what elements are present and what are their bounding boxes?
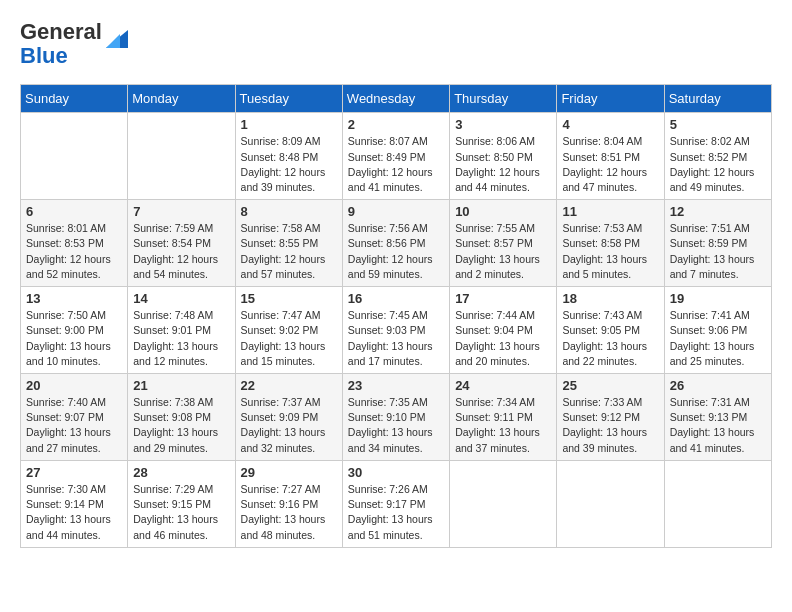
day-number: 23: [348, 378, 444, 393]
day-cell: 18Sunrise: 7:43 AM Sunset: 9:05 PM Dayli…: [557, 287, 664, 374]
day-cell: 2Sunrise: 8:07 AM Sunset: 8:49 PM Daylig…: [342, 113, 449, 200]
day-detail: Sunrise: 8:02 AM Sunset: 8:52 PM Dayligh…: [670, 134, 766, 195]
day-number: 22: [241, 378, 337, 393]
day-cell: [21, 113, 128, 200]
day-cell: 9Sunrise: 7:56 AM Sunset: 8:56 PM Daylig…: [342, 200, 449, 287]
day-detail: Sunrise: 7:48 AM Sunset: 9:01 PM Dayligh…: [133, 308, 229, 369]
weekday-header-saturday: Saturday: [664, 85, 771, 113]
day-detail: Sunrise: 7:50 AM Sunset: 9:00 PM Dayligh…: [26, 308, 122, 369]
day-number: 8: [241, 204, 337, 219]
day-detail: Sunrise: 7:40 AM Sunset: 9:07 PM Dayligh…: [26, 395, 122, 456]
day-number: 28: [133, 465, 229, 480]
day-cell: 14Sunrise: 7:48 AM Sunset: 9:01 PM Dayli…: [128, 287, 235, 374]
day-cell: [450, 460, 557, 547]
day-cell: 1Sunrise: 8:09 AM Sunset: 8:48 PM Daylig…: [235, 113, 342, 200]
day-detail: Sunrise: 7:51 AM Sunset: 8:59 PM Dayligh…: [670, 221, 766, 282]
day-detail: Sunrise: 7:58 AM Sunset: 8:55 PM Dayligh…: [241, 221, 337, 282]
day-number: 26: [670, 378, 766, 393]
week-row-4: 20Sunrise: 7:40 AM Sunset: 9:07 PM Dayli…: [21, 374, 772, 461]
day-detail: Sunrise: 7:31 AM Sunset: 9:13 PM Dayligh…: [670, 395, 766, 456]
day-cell: 11Sunrise: 7:53 AM Sunset: 8:58 PM Dayli…: [557, 200, 664, 287]
day-number: 14: [133, 291, 229, 306]
day-number: 11: [562, 204, 658, 219]
day-number: 20: [26, 378, 122, 393]
day-detail: Sunrise: 7:47 AM Sunset: 9:02 PM Dayligh…: [241, 308, 337, 369]
day-cell: 26Sunrise: 7:31 AM Sunset: 9:13 PM Dayli…: [664, 374, 771, 461]
day-cell: 4Sunrise: 8:04 AM Sunset: 8:51 PM Daylig…: [557, 113, 664, 200]
svg-marker-1: [106, 34, 120, 48]
day-cell: 7Sunrise: 7:59 AM Sunset: 8:54 PM Daylig…: [128, 200, 235, 287]
day-cell: 3Sunrise: 8:06 AM Sunset: 8:50 PM Daylig…: [450, 113, 557, 200]
day-cell: 13Sunrise: 7:50 AM Sunset: 9:00 PM Dayli…: [21, 287, 128, 374]
day-number: 19: [670, 291, 766, 306]
day-number: 25: [562, 378, 658, 393]
day-cell: 16Sunrise: 7:45 AM Sunset: 9:03 PM Dayli…: [342, 287, 449, 374]
day-number: 24: [455, 378, 551, 393]
day-cell: 10Sunrise: 7:55 AM Sunset: 8:57 PM Dayli…: [450, 200, 557, 287]
day-detail: Sunrise: 7:44 AM Sunset: 9:04 PM Dayligh…: [455, 308, 551, 369]
day-cell: 20Sunrise: 7:40 AM Sunset: 9:07 PM Dayli…: [21, 374, 128, 461]
day-number: 17: [455, 291, 551, 306]
logo-text: General Blue: [20, 20, 102, 68]
day-number: 10: [455, 204, 551, 219]
day-cell: 21Sunrise: 7:38 AM Sunset: 9:08 PM Dayli…: [128, 374, 235, 461]
day-number: 16: [348, 291, 444, 306]
day-cell: 27Sunrise: 7:30 AM Sunset: 9:14 PM Dayli…: [21, 460, 128, 547]
day-cell: 15Sunrise: 7:47 AM Sunset: 9:02 PM Dayli…: [235, 287, 342, 374]
day-cell: 19Sunrise: 7:41 AM Sunset: 9:06 PM Dayli…: [664, 287, 771, 374]
page-header: General Blue: [20, 20, 772, 68]
day-number: 18: [562, 291, 658, 306]
day-detail: Sunrise: 7:30 AM Sunset: 9:14 PM Dayligh…: [26, 482, 122, 543]
day-number: 7: [133, 204, 229, 219]
day-detail: Sunrise: 8:07 AM Sunset: 8:49 PM Dayligh…: [348, 134, 444, 195]
logo-icon: [106, 30, 128, 48]
weekday-header-monday: Monday: [128, 85, 235, 113]
day-detail: Sunrise: 8:06 AM Sunset: 8:50 PM Dayligh…: [455, 134, 551, 195]
day-cell: 5Sunrise: 8:02 AM Sunset: 8:52 PM Daylig…: [664, 113, 771, 200]
day-cell: 25Sunrise: 7:33 AM Sunset: 9:12 PM Dayli…: [557, 374, 664, 461]
weekday-header-sunday: Sunday: [21, 85, 128, 113]
calendar-table: SundayMondayTuesdayWednesdayThursdayFrid…: [20, 84, 772, 547]
day-detail: Sunrise: 7:53 AM Sunset: 8:58 PM Dayligh…: [562, 221, 658, 282]
weekday-header-wednesday: Wednesday: [342, 85, 449, 113]
day-cell: 30Sunrise: 7:26 AM Sunset: 9:17 PM Dayli…: [342, 460, 449, 547]
weekday-header-thursday: Thursday: [450, 85, 557, 113]
day-detail: Sunrise: 7:29 AM Sunset: 9:15 PM Dayligh…: [133, 482, 229, 543]
day-number: 1: [241, 117, 337, 132]
day-number: 13: [26, 291, 122, 306]
day-detail: Sunrise: 7:56 AM Sunset: 8:56 PM Dayligh…: [348, 221, 444, 282]
day-cell: 12Sunrise: 7:51 AM Sunset: 8:59 PM Dayli…: [664, 200, 771, 287]
day-cell: 23Sunrise: 7:35 AM Sunset: 9:10 PM Dayli…: [342, 374, 449, 461]
day-cell: [128, 113, 235, 200]
day-cell: 17Sunrise: 7:44 AM Sunset: 9:04 PM Dayli…: [450, 287, 557, 374]
logo: General Blue: [20, 20, 128, 68]
weekday-header-friday: Friday: [557, 85, 664, 113]
day-detail: Sunrise: 7:33 AM Sunset: 9:12 PM Dayligh…: [562, 395, 658, 456]
logo-general: General: [20, 19, 102, 44]
day-number: 30: [348, 465, 444, 480]
day-cell: 28Sunrise: 7:29 AM Sunset: 9:15 PM Dayli…: [128, 460, 235, 547]
weekday-header-tuesday: Tuesday: [235, 85, 342, 113]
day-detail: Sunrise: 8:01 AM Sunset: 8:53 PM Dayligh…: [26, 221, 122, 282]
day-number: 2: [348, 117, 444, 132]
day-number: 27: [26, 465, 122, 480]
day-detail: Sunrise: 7:59 AM Sunset: 8:54 PM Dayligh…: [133, 221, 229, 282]
week-row-5: 27Sunrise: 7:30 AM Sunset: 9:14 PM Dayli…: [21, 460, 772, 547]
week-row-3: 13Sunrise: 7:50 AM Sunset: 9:00 PM Dayli…: [21, 287, 772, 374]
day-number: 29: [241, 465, 337, 480]
day-detail: Sunrise: 7:38 AM Sunset: 9:08 PM Dayligh…: [133, 395, 229, 456]
day-cell: 8Sunrise: 7:58 AM Sunset: 8:55 PM Daylig…: [235, 200, 342, 287]
day-number: 6: [26, 204, 122, 219]
day-detail: Sunrise: 7:55 AM Sunset: 8:57 PM Dayligh…: [455, 221, 551, 282]
weekday-header-row: SundayMondayTuesdayWednesdayThursdayFrid…: [21, 85, 772, 113]
day-cell: 24Sunrise: 7:34 AM Sunset: 9:11 PM Dayli…: [450, 374, 557, 461]
day-detail: Sunrise: 7:45 AM Sunset: 9:03 PM Dayligh…: [348, 308, 444, 369]
day-number: 3: [455, 117, 551, 132]
logo-blue: Blue: [20, 43, 68, 68]
day-cell: 6Sunrise: 8:01 AM Sunset: 8:53 PM Daylig…: [21, 200, 128, 287]
day-detail: Sunrise: 7:35 AM Sunset: 9:10 PM Dayligh…: [348, 395, 444, 456]
day-detail: Sunrise: 7:26 AM Sunset: 9:17 PM Dayligh…: [348, 482, 444, 543]
day-detail: Sunrise: 8:09 AM Sunset: 8:48 PM Dayligh…: [241, 134, 337, 195]
day-cell: [557, 460, 664, 547]
week-row-1: 1Sunrise: 8:09 AM Sunset: 8:48 PM Daylig…: [21, 113, 772, 200]
